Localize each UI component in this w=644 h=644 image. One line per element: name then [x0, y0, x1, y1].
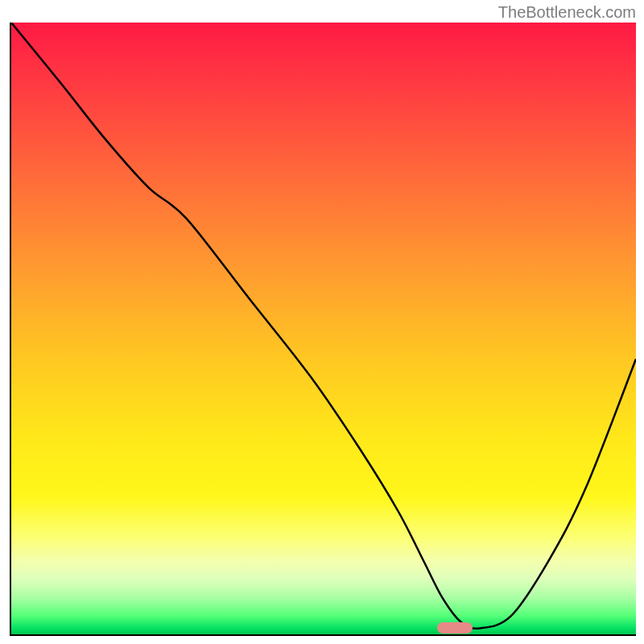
- optimal-marker: [437, 622, 473, 634]
- plot-area: [10, 23, 636, 636]
- bottleneck-curve-path: [11, 23, 636, 629]
- curve-svg: [11, 23, 636, 634]
- watermark-text: TheBottleneck.com: [498, 3, 636, 22]
- bottleneck-chart: TheBottleneck.com: [0, 0, 644, 644]
